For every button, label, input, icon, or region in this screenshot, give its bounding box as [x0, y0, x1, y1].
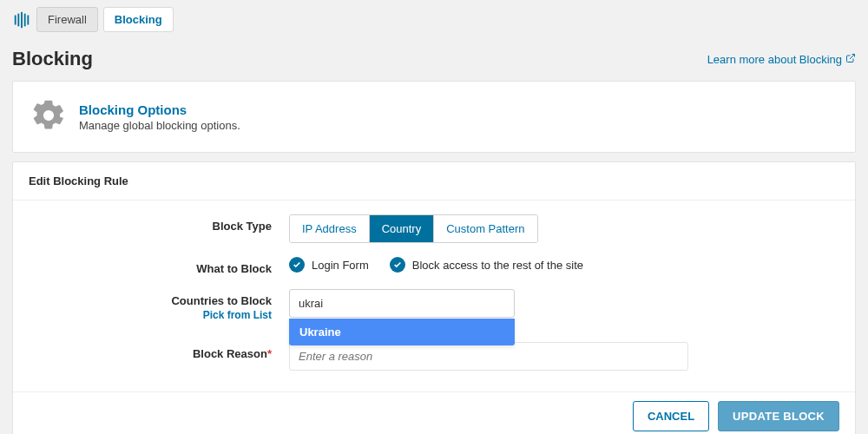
required-asterisk: * [267, 347, 272, 360]
external-link-icon [845, 53, 856, 66]
learn-more-label: Learn more about Blocking [707, 53, 842, 66]
check-circle-icon [289, 257, 305, 273]
block-type-country[interactable]: Country [369, 215, 434, 242]
checkbox-rest-of-site[interactable]: Block access to the rest of the site [390, 257, 583, 273]
svg-rect-1 [17, 13, 19, 26]
wordfence-logo-icon [12, 10, 31, 30]
cancel-button[interactable]: CANCEL [633, 401, 709, 431]
label-countries: Countries to Block [171, 294, 272, 307]
section-title: Edit Blocking Rule [13, 162, 855, 201]
update-block-button[interactable]: UPDATE BLOCK [718, 401, 839, 431]
checkbox-rest-of-site-label: Block access to the rest of the site [412, 259, 583, 272]
checkbox-login-form[interactable]: Login Form [289, 257, 369, 273]
country-suggestion-ukraine[interactable]: Ukraine [289, 319, 515, 345]
svg-rect-4 [27, 15, 29, 24]
tab-firewall[interactable]: Firewall [36, 7, 98, 32]
block-type-pattern[interactable]: Custom Pattern [433, 215, 536, 242]
label-block-type: Block Type [29, 214, 289, 233]
block-type-segmented: IP Address Country Custom Pattern [289, 214, 538, 243]
checkbox-login-form-label: Login Form [312, 259, 369, 272]
edit-rule-card: Edit Blocking Rule Block Type IP Address… [12, 161, 856, 434]
svg-rect-2 [21, 11, 23, 27]
options-subtitle: Manage global blocking options. [79, 119, 240, 132]
block-reason-input[interactable] [289, 342, 688, 371]
page-title: Blocking [12, 48, 93, 70]
tab-blocking[interactable]: Blocking [103, 7, 174, 32]
gear-icon [30, 97, 67, 136]
label-block-reason: Block Reason [193, 347, 267, 360]
top-tabs: Firewall Blocking [12, 0, 856, 32]
svg-rect-0 [15, 15, 16, 24]
label-what-to-block: What to Block [29, 257, 289, 275]
block-type-ip[interactable]: IP Address [290, 215, 369, 242]
check-circle-icon [390, 257, 405, 273]
svg-rect-3 [24, 13, 26, 26]
countries-input[interactable] [289, 289, 515, 318]
options-title[interactable]: Blocking Options [79, 102, 240, 117]
pick-from-list-link[interactable]: Pick from List [29, 309, 272, 321]
learn-more-link[interactable]: Learn more about Blocking [707, 53, 856, 66]
blocking-options-card: Blocking Options Manage global blocking … [12, 81, 856, 153]
svg-line-5 [850, 54, 855, 59]
